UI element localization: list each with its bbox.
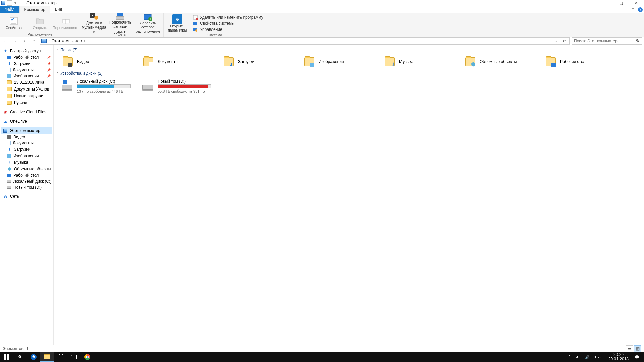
- ribbon-collapse-icon[interactable]: ˄: [629, 6, 637, 13]
- tray-volume-icon[interactable]: 🔊: [582, 352, 592, 362]
- tray-notifications-icon[interactable]: 💬: [632, 352, 642, 362]
- nav-forward-button[interactable]: →: [11, 37, 19, 45]
- video-folder-icon: [62, 56, 74, 68]
- search-input[interactable]: Поиск: Этот компьютер 🔍︎: [572, 37, 642, 45]
- nav-folder-4[interactable]: Русичи: [1, 99, 52, 106]
- tab-view[interactable]: Вид: [50, 6, 67, 13]
- tray-overflow-icon[interactable]: ˄: [566, 352, 573, 362]
- music-icon: ♪: [7, 160, 12, 165]
- pictures-icon: [7, 154, 11, 158]
- ribbon-group-location: Свойства Открыть Переименовать Расположе…: [0, 13, 80, 37]
- desktop-icon: [7, 56, 11, 59]
- nav-drive-d[interactable]: Новый том (D:): [1, 184, 52, 190]
- refresh-icon[interactable]: ⟳: [561, 38, 568, 44]
- nav-folder-2[interactable]: Документы Уколов: [1, 86, 52, 93]
- nav-documents-2[interactable]: Документы: [1, 140, 52, 146]
- desktop-icon: [7, 174, 11, 177]
- view-details-button[interactable]: ☰: [626, 345, 633, 352]
- tile-desktop[interactable]: Рабочий стол: [543, 54, 624, 69]
- taskbar-store[interactable]: [54, 352, 67, 362]
- show-desktop-button[interactable]: [642, 352, 644, 362]
- downloads-icon: ⬇: [7, 61, 12, 66]
- section-devices-header[interactable]: › Устройства и диски (2): [54, 70, 644, 76]
- tile-pictures[interactable]: Изображения: [302, 54, 382, 69]
- add-network-icon: +: [143, 13, 153, 21]
- chevron-right-icon[interactable]: ›: [49, 39, 50, 43]
- taskbar-mail[interactable]: [67, 352, 80, 362]
- taskbar-edge[interactable]: [27, 352, 40, 362]
- taskbar-chrome[interactable]: [80, 352, 94, 362]
- taskbar-explorer[interactable]: [40, 352, 54, 362]
- nav-onedrive[interactable]: ☁OneDrive: [1, 118, 52, 125]
- add-network-location-button[interactable]: + Добавить сетевое расположение: [135, 14, 161, 32]
- desktop-folder-icon: [545, 56, 557, 68]
- nav-drive-c[interactable]: Локальный диск (C:): [1, 178, 52, 184]
- content-area[interactable]: › Папки (7) Видео Документы ⬇Загрузки Из…: [54, 45, 644, 345]
- nav-folder-3[interactable]: Новые загрузки: [1, 93, 52, 99]
- svg-rect-22: [7, 357, 9, 360]
- pc-icon: [3, 128, 8, 133]
- tray-network-icon[interactable]: 🖧: [573, 352, 582, 362]
- nav-history-dropdown[interactable]: ▾: [21, 37, 28, 45]
- tile-videos[interactable]: Видео: [60, 54, 141, 69]
- tab-computer[interactable]: Компьютер: [19, 6, 50, 13]
- drive-c[interactable]: Локальный диск (C:) 137 ГБ свободно из 4…: [60, 78, 141, 95]
- tile-3d-objects[interactable]: ⬢Объемные объекты: [463, 54, 543, 69]
- map-drive-button[interactable]: Подключить сетевой диск ▾: [108, 14, 132, 32]
- system-properties-item[interactable]: Свойства системы: [193, 21, 263, 26]
- nav-up-button[interactable]: ↑: [30, 37, 38, 45]
- tray-language[interactable]: РУС: [592, 352, 605, 362]
- nav-desktop-2[interactable]: Рабочий стол: [1, 172, 52, 178]
- nav-downloads[interactable]: ⬇Загрузки📌: [1, 60, 52, 67]
- media-access-button[interactable]: Доступ к мультимедиа ▾: [82, 14, 106, 32]
- nav-documents[interactable]: Документы📌: [1, 67, 52, 73]
- breadcrumb-dropdown-icon[interactable]: ⌄: [552, 38, 559, 44]
- nav-pictures[interactable]: Изображения📌: [1, 73, 52, 79]
- rename-button: Переименовать: [54, 14, 78, 32]
- tab-file[interactable]: Файл: [0, 6, 19, 13]
- tile-documents[interactable]: Документы: [141, 54, 221, 69]
- pc-icon: [41, 39, 47, 43]
- drive-d[interactable]: Новый том (D:) 55,8 ГБ свободно из 931 Г…: [141, 78, 221, 95]
- breadcrumb[interactable]: › Этот компьютер › ⌄ ⟳: [40, 37, 570, 45]
- tray-clock[interactable]: 20:29 29.01.2018: [605, 353, 632, 361]
- nav-music[interactable]: ♪Музыка: [1, 159, 52, 166]
- nav-pictures-2[interactable]: Изображения: [1, 153, 52, 159]
- breadcrumb-this-pc[interactable]: Этот компьютер: [52, 39, 82, 43]
- nav-videos[interactable]: Видео: [1, 134, 52, 140]
- nav-back-button[interactable]: ←: [2, 37, 9, 45]
- properties-button[interactable]: Свойства: [2, 14, 25, 32]
- nav-network[interactable]: 🖧Сеть: [1, 193, 52, 200]
- nav-quick-access[interactable]: ★ Быстрый доступ: [1, 48, 52, 54]
- nav-creative-cloud[interactable]: ◉Creative Cloud Files: [1, 109, 52, 115]
- taskbar-search-button[interactable]: 🔍︎: [13, 352, 27, 362]
- nav-desktop[interactable]: Рабочий стол📌: [1, 54, 52, 60]
- help-icon[interactable]: ?: [637, 6, 644, 13]
- creative-cloud-icon: ◉: [3, 109, 8, 115]
- nav-folder-1[interactable]: 23.01.2018 Лика: [1, 79, 52, 86]
- tile-downloads[interactable]: ⬇Загрузки: [221, 54, 302, 69]
- uninstall-program-item[interactable]: Удалить или изменить программу: [193, 15, 263, 20]
- maximize-button[interactable]: ▢: [613, 0, 629, 6]
- folder-icon: [7, 100, 12, 105]
- qat-dropdown-icon[interactable]: ▾: [13, 0, 18, 6]
- start-button[interactable]: [0, 352, 13, 362]
- pc-icon: [1, 0, 6, 6]
- nav-downloads-2[interactable]: ⬇Загрузки: [1, 146, 52, 153]
- view-tiles-button[interactable]: ▦: [634, 345, 641, 352]
- management-item[interactable]: Управление: [193, 27, 263, 32]
- chevron-down-icon: ›: [56, 48, 59, 52]
- folder-open-icon: [35, 16, 45, 26]
- qat-placeholder-icon[interactable]: [7, 0, 12, 6]
- nav-3d-objects[interactable]: ⬢Объемные объекты: [1, 166, 52, 172]
- minimize-button[interactable]: —: [598, 0, 613, 6]
- svg-text:+: +: [149, 17, 151, 21]
- drive-d-bar: [158, 84, 211, 88]
- tile-music[interactable]: ♪Музыка: [382, 54, 463, 69]
- close-button[interactable]: ✕: [629, 0, 644, 6]
- search-icon[interactable]: 🔍︎: [636, 39, 640, 43]
- open-settings-button[interactable]: ⚙ Открыть параметры: [166, 14, 189, 33]
- section-folders-header[interactable]: › Папки (7): [54, 47, 644, 53]
- chevron-right-icon[interactable]: ›: [84, 39, 85, 43]
- nav-this-pc[interactable]: Этот компьютер: [1, 127, 52, 134]
